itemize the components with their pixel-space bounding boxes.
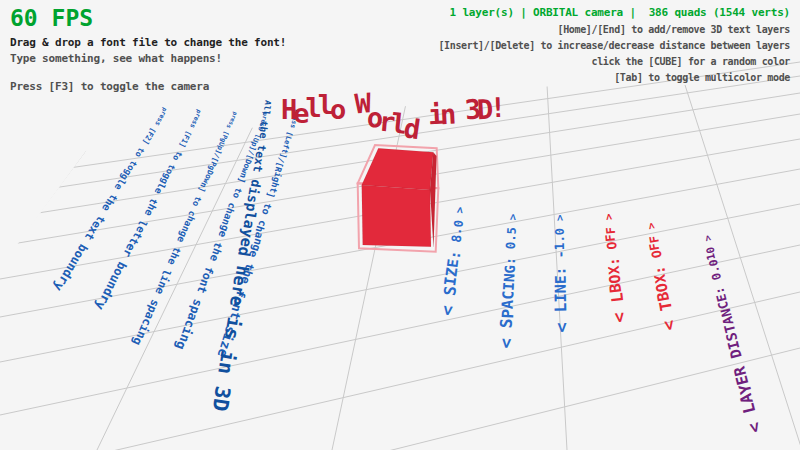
fps-counter: 60 FPS [10,5,93,31]
wave-text-3d: Hello World in 3D! [281,86,502,117]
hint-type: Type something, see what happens! [10,52,222,65]
hint-multicolor: [Tab] to toggle multicolor mode [438,70,790,86]
hud-right: 1 layer(s) | ORBITAL camera | 386 quads … [438,6,790,86]
hint-cube-color: click the [CUBE] for a random color [438,54,790,70]
hint-camera-key: Press [F3] to toggle the camera [10,80,209,93]
cube-body[interactable] [362,148,437,247]
raylib-text3d-window[interactable]: press [F2] to toggle the text boundrypre… [0,0,800,450]
stats-line: 1 layer(s) | ORBITAL camera | 386 quads … [438,6,790,19]
hint-drag-drop: Drag & drop a font file to change the fo… [10,36,286,49]
hint-layers: [Home]/[End] to add/remove 3D text layer… [438,22,790,38]
hint-layer-distance: [Insert]/[Delete] to increase/decrease d… [438,38,790,54]
